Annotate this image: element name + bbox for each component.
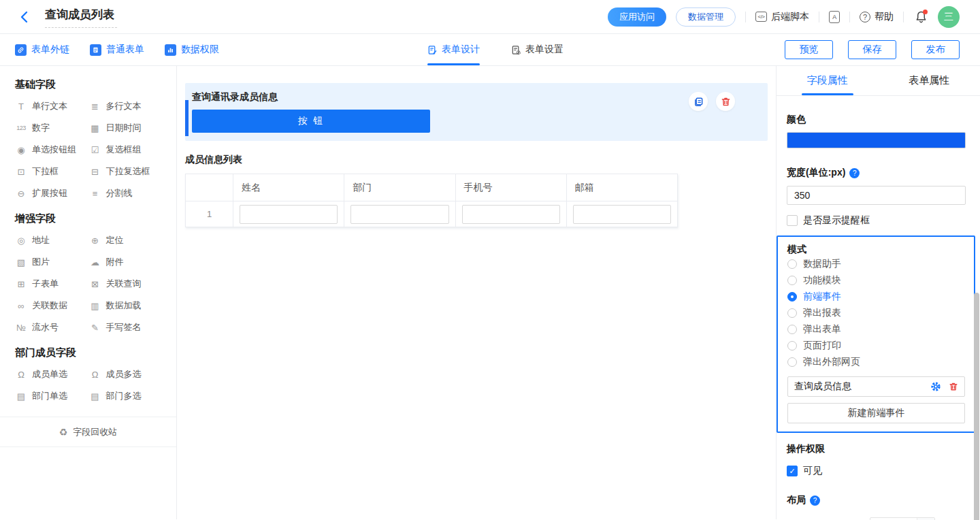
name-cell-input[interactable]: [240, 205, 338, 224]
field-item-subform[interactable]: ⊞子表单: [15, 273, 89, 295]
tab-form-external-link[interactable]: 表单外链: [15, 44, 69, 56]
form-button-widget[interactable]: 按 钮: [192, 110, 430, 133]
location-icon: ⊕: [89, 235, 101, 246]
notification-button[interactable]: [913, 9, 928, 25]
data-manage-button[interactable]: 数据管理: [676, 7, 736, 27]
width-input[interactable]: [787, 186, 966, 205]
contacts-icon: A: [829, 11, 840, 23]
mode-option-frontend-event[interactable]: 前端事件: [787, 289, 965, 305]
radio-icon[interactable]: [787, 357, 797, 367]
radio-icon[interactable]: [787, 308, 797, 318]
field-item-location[interactable]: ⊕定位: [89, 229, 163, 251]
mode-option-popup-external-page[interactable]: 弹出外部网页: [787, 354, 965, 370]
field-item-label: 成员多选: [106, 368, 142, 380]
field-item-checkbox-group[interactable]: ☑复选框组: [89, 139, 163, 161]
row-width-select[interactable]: 全部 ▾: [870, 517, 935, 520]
new-frontend-event-button[interactable]: 新建前端事件: [787, 403, 965, 423]
contacts-button[interactable]: A: [829, 11, 840, 23]
tab-normal-form[interactable]: 普通表单: [90, 44, 144, 56]
field-item-multi-select[interactable]: ⊟下拉复选框: [89, 161, 163, 182]
selected-button-field[interactable]: 查询通讯录成员信息 按 钮: [185, 83, 768, 141]
tab-form-properties[interactable]: 表单属性: [879, 66, 980, 95]
width-help-icon[interactable]: ?: [849, 168, 860, 178]
radio-icon[interactable]: [787, 325, 797, 334]
phone-cell-input[interactable]: [462, 205, 560, 224]
tab-form-design[interactable]: 表单设计: [427, 34, 480, 65]
gear-icon[interactable]: [930, 381, 941, 392]
avatar[interactable]: 三: [938, 6, 960, 28]
field-item-label: 子表单: [32, 278, 59, 290]
help-button[interactable]: ? 帮助: [860, 11, 894, 23]
radio-icon[interactable]: [787, 276, 797, 285]
toolbar: 表单外链 普通表单 数据权限 表单设计 表单设置: [0, 34, 980, 66]
field-item-linked-data[interactable]: ∞关联数据: [15, 295, 89, 316]
mode-option-popup-form[interactable]: 弹出表单: [787, 321, 965, 338]
publish-button[interactable]: 发布: [911, 40, 960, 59]
field-item-extend-button[interactable]: ⊖扩展按钮: [15, 182, 89, 204]
field-recycle-bin-button[interactable]: ♻ 字段回收站: [0, 417, 176, 447]
member-fields-grid: Ω成员单选 Ω成员多选 ▤部门单选 ▤部门多选: [15, 363, 163, 407]
mode-option-data-assistant[interactable]: 数据助手: [787, 256, 965, 272]
field-item-label: 关联数据: [32, 299, 67, 312]
field-item-member-multi[interactable]: Ω成员多选: [89, 363, 163, 385]
radio-icon[interactable]: [787, 259, 797, 269]
app-access-button[interactable]: 应用访问: [608, 7, 666, 27]
field-item-linked-query[interactable]: ⊠关联查询: [89, 273, 163, 295]
department-cell-input[interactable]: [350, 205, 448, 224]
mode-option-function-module[interactable]: 功能模块: [787, 272, 965, 289]
panel-scrollbar[interactable]: [974, 293, 979, 520]
permission-title: 操作权限: [787, 443, 966, 455]
layout-width-row: 字段宽度占整行的 全部 ▾: [787, 517, 966, 520]
field-item-datetime[interactable]: ▦日期时间: [89, 117, 163, 139]
color-swatch[interactable]: [787, 132, 966, 148]
field-item-label: 定位: [106, 234, 124, 246]
mode-option-page-print[interactable]: 页面打印: [787, 338, 965, 354]
field-item-radio-group[interactable]: ◉单选按钮组: [15, 139, 89, 161]
layout-help-icon[interactable]: ?: [810, 495, 820, 506]
field-item-select[interactable]: ⊡下拉框: [15, 161, 89, 182]
delete-field-button[interactable]: [716, 92, 735, 111]
visible-checkbox[interactable]: ✓: [787, 466, 798, 476]
field-item-dept-single[interactable]: ▤部门单选: [15, 385, 89, 407]
field-item-divider[interactable]: ≡分割线: [89, 182, 163, 204]
field-item-serial-number[interactable]: №流水号: [15, 316, 89, 338]
member-single-icon: Ω: [15, 370, 27, 380]
radio-icon-selected[interactable]: [787, 292, 797, 302]
radio-icon[interactable]: [787, 341, 797, 351]
subform-field[interactable]: 成员信息列表 姓名 部门 手机号 邮箱 1: [185, 154, 768, 227]
email-cell-input[interactable]: [573, 205, 671, 224]
preview-button[interactable]: 预览: [785, 40, 833, 59]
page-title[interactable]: 查询成员列表: [45, 5, 117, 28]
delete-event-icon[interactable]: [949, 382, 958, 391]
reminder-checkbox[interactable]: [787, 215, 798, 226]
reminder-checkbox-row[interactable]: 是否显示提醒框: [787, 214, 966, 227]
field-item-multi-line-text[interactable]: ≣多行文本: [89, 95, 163, 117]
mode-option-popup-report[interactable]: 弹出报表: [787, 305, 965, 321]
field-item-image[interactable]: ▧图片: [15, 251, 89, 273]
width-label: 宽度(单位:px) ?: [787, 167, 966, 179]
back-button[interactable]: [16, 9, 33, 25]
field-item-dept-multi[interactable]: ▤部门多选: [89, 385, 163, 407]
visible-checkbox-row[interactable]: ✓ 可见: [787, 465, 966, 477]
tab-field-properties[interactable]: 字段属性: [777, 66, 879, 95]
tab-data-permission[interactable]: 数据权限: [165, 44, 219, 56]
field-item-number[interactable]: 123数字: [15, 117, 89, 139]
field-item-data-load[interactable]: ▥数据加载: [89, 295, 163, 316]
selection-accent-bar: [185, 100, 189, 136]
field-item-signature[interactable]: ✎手写签名: [89, 316, 163, 338]
linked-data-icon: ∞: [15, 301, 27, 311]
field-item-single-line-text[interactable]: T单行文本: [15, 95, 89, 117]
save-button[interactable]: 保存: [848, 40, 896, 59]
tab-form-settings[interactable]: 表单设置: [511, 34, 564, 65]
field-item-address[interactable]: ◎地址: [15, 229, 89, 251]
field-item-attachment[interactable]: ☁附件: [89, 251, 163, 273]
field-item-label: 下拉复选框: [106, 165, 150, 178]
tab-label: 数据权限: [181, 44, 219, 56]
frontend-event-item[interactable]: 查询成员信息: [787, 376, 965, 397]
copy-field-button[interactable]: [689, 92, 708, 111]
properties-tabs: 字段属性 表单属性: [777, 66, 980, 96]
backend-script-button[interactable]: </> 后端脚本: [755, 11, 809, 23]
field-item-label: 数据加载: [106, 299, 142, 312]
row-index: 1: [186, 201, 233, 227]
field-item-member-single[interactable]: Ω成员单选: [15, 363, 89, 385]
